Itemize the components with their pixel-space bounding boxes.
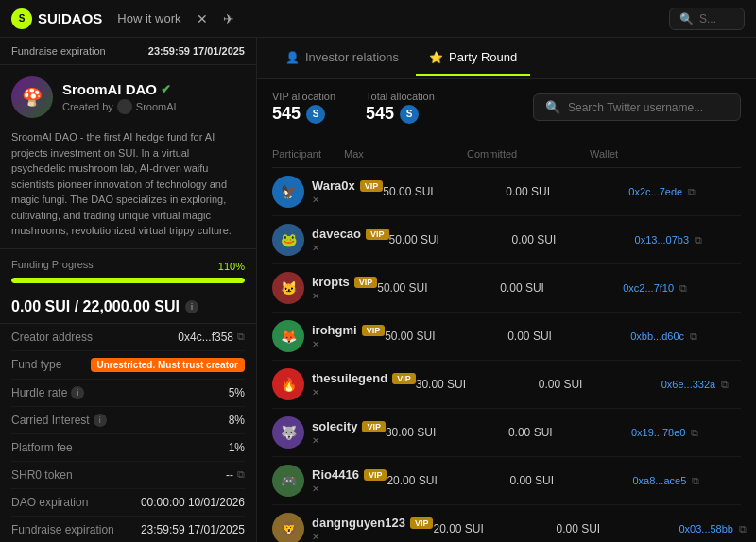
logo[interactable]: S SUIDAOS	[11, 8, 102, 29]
hurdle-rate-value: 5%	[229, 386, 245, 399]
wallet-copy-icon[interactable]: ⧉	[692, 475, 699, 487]
cell-max: 50.00 SUI	[383, 185, 506, 198]
top-controls: VIP allocation 545 S Total allocation 54…	[272, 91, 741, 135]
content-area: VIP allocation 545 S Total allocation 54…	[257, 79, 756, 542]
participant-info: Wara0x VIP ✕	[312, 178, 383, 205]
participant-x: ✕	[312, 387, 416, 398]
participant-info: Rio4416 VIP ✕	[312, 467, 387, 494]
details-table: Creator address 0x4c...f358 ⧉ Fund type …	[0, 323, 256, 543]
info-icon[interactable]: i	[185, 300, 198, 313]
wallet-copy-icon[interactable]: ⧉	[691, 427, 698, 439]
nav-search[interactable]: 🔍 S...	[669, 8, 745, 30]
investor-relations-icon: 👤	[285, 51, 300, 64]
vip-badge: VIP	[354, 277, 378, 288]
created-by-label: Created by	[62, 101, 113, 112]
cell-wallet: 0x19...78e0 ⧉	[631, 427, 756, 439]
vip-allocation-value: 545	[272, 104, 301, 124]
col-committed: Committed	[467, 148, 590, 160]
vip-badge: VIP	[362, 325, 386, 336]
table-row: 🐺 solecity VIP ✕ 30.00 SUI 0.00 SUI 0x19…	[272, 409, 741, 457]
vip-badge: VIP	[360, 180, 384, 192]
shr0-copy-icon[interactable]: ⧉	[237, 468, 245, 481]
twitter-search-input[interactable]	[568, 101, 729, 114]
tab-party-round[interactable]: ⭐ Party Round	[416, 41, 530, 76]
funding-bar-fill	[11, 278, 245, 283]
cell-max: 30.00 SUI	[416, 378, 539, 391]
how-it-works-link[interactable]: How it work	[117, 11, 180, 25]
table-row: 🔥 thesuilegend VIP ✕ 30.00 SUI 0.00 SUI …	[272, 361, 741, 409]
participant-cell: 🎮 Rio4416 VIP ✕	[272, 465, 387, 497]
wallet-copy-icon[interactable]: ⧉	[739, 523, 747, 535]
participant-avatar: 🐸	[272, 224, 304, 256]
hurdle-rate-row: Hurdle rate i 5%	[11, 380, 245, 407]
participant-avatar: 🐺	[272, 416, 304, 449]
cell-wallet: 0xbb...d60c ⧉	[630, 330, 756, 343]
shr0-token-row: SHR0 token -- ⧉	[11, 462, 245, 489]
participant-info: irohgmi VIP ✕	[312, 323, 385, 349]
fundraise-expiry-label: Fundraise expiration	[11, 45, 106, 57]
cell-wallet: 0x03...58bb ⧉	[679, 523, 756, 535]
cell-committed: 0.00 SUI	[506, 185, 628, 198]
funding-section: Funding Progress 110%	[0, 249, 256, 295]
participant-avatar: 🦊	[272, 320, 304, 352]
participant-info: kropts VIP ✕	[312, 275, 377, 301]
platform-fee-label: Platform fee	[11, 441, 73, 454]
wallet-address: 0x03...58bb	[679, 523, 733, 534]
total-sui-badge: S	[400, 105, 419, 124]
twitter-icon[interactable]: ✕	[197, 11, 208, 26]
vip-badge: VIP	[362, 421, 386, 432]
carried-interest-row: Carried Interest i 8%	[11, 407, 245, 434]
carried-info-icon[interactable]: i	[94, 414, 107, 427]
investor-relations-label: Investor relations	[305, 50, 399, 64]
fundraise-expiry-value: 23:59:59 17/01/2025	[148, 45, 245, 57]
fund-type-badge: Unrestricted. Must trust creator	[91, 358, 245, 372]
total-allocation-label: Total allocation	[366, 91, 435, 102]
participants-body: 🦅 Wara0x VIP ✕ 50.00 SUI 0.00 SUI 0x2c..…	[272, 168, 741, 542]
table-row: 🦊 irohgmi VIP ✕ 50.00 SUI 0.00 SUI 0xbb.…	[272, 313, 741, 361]
tabs-bar: 👤 Investor relations ⭐ Party Round	[257, 38, 756, 79]
wallet-copy-icon[interactable]: ⧉	[688, 186, 696, 198]
participant-cell: 🦊 irohgmi VIP ✕	[272, 320, 385, 352]
wallet-copy-icon[interactable]: ⧉	[695, 234, 702, 246]
vip-badge: VIP	[392, 373, 416, 384]
main-layout: Fundraise expiration 23:59:59 17/01/2025…	[0, 38, 756, 542]
participant-cell: 🐸 davecao VIP ✕	[272, 224, 389, 256]
telegram-icon[interactable]: ✈	[223, 11, 234, 26]
wallet-copy-icon[interactable]: ⧉	[690, 330, 697, 343]
vip-badge: VIP	[366, 229, 389, 240]
creator-name: SroomAI	[136, 101, 177, 112]
participant-cell: 🐱 kropts VIP ✕	[272, 272, 377, 304]
creator-address-value: 0x4c...f358 ⧉	[178, 330, 245, 344]
cell-max: 50.00 SUI	[385, 330, 507, 343]
twitter-search-bar[interactable]: 🔍	[533, 93, 741, 121]
cell-max: 30.00 SUI	[386, 426, 508, 439]
vip-badge: VIP	[410, 517, 434, 529]
vip-badge: VIP	[364, 469, 387, 481]
logo-text: SUIDAOS	[38, 10, 102, 26]
wallet-copy-icon[interactable]: ⧉	[721, 379, 729, 391]
cell-max: 50.00 SUI	[389, 233, 512, 246]
dao-expiration-row: DAO expiration 00:00:00 10/01/2026	[11, 489, 245, 517]
wallet-copy-icon[interactable]: ⧉	[679, 282, 687, 295]
total-allocation: Total allocation 545 S	[366, 91, 435, 124]
participant-avatar: 🐱	[272, 272, 304, 304]
top-navigation: S SUIDAOS How it work ✕ ✈ 🔍 S...	[0, 0, 756, 38]
carried-interest-label: Carried Interest i	[11, 414, 107, 427]
allocation-row: VIP allocation 545 S Total allocation 54…	[272, 91, 435, 124]
participant-info: davecao VIP ✕	[312, 227, 389, 253]
participant-info: thesuilegend VIP ✕	[312, 371, 416, 398]
fundraise-expiration-label: Fundraise expiration	[11, 523, 114, 536]
tab-investor-relations[interactable]: 👤 Investor relations	[272, 41, 412, 76]
participant-info: solecity VIP ✕	[312, 419, 386, 446]
copy-icon[interactable]: ⧉	[237, 330, 245, 343]
participant-name: solecity VIP	[312, 419, 386, 433]
fundraise-expiration-row: Fundraise expiration 23:59:59 17/01/2025	[11, 517, 245, 543]
participant-x: ✕	[312, 195, 383, 205]
participant-x: ✕	[312, 243, 389, 253]
fundraise-expiration-value: 23:59:59 17/01/2025	[141, 523, 245, 536]
cell-committed: 0.00 SUI	[512, 233, 635, 246]
hurdle-info-icon[interactable]: i	[71, 386, 84, 399]
wallet-address: 0xa8...ace5	[632, 475, 686, 486]
dao-avatar: 🍄	[11, 76, 53, 118]
search-label: S...	[699, 12, 716, 25]
